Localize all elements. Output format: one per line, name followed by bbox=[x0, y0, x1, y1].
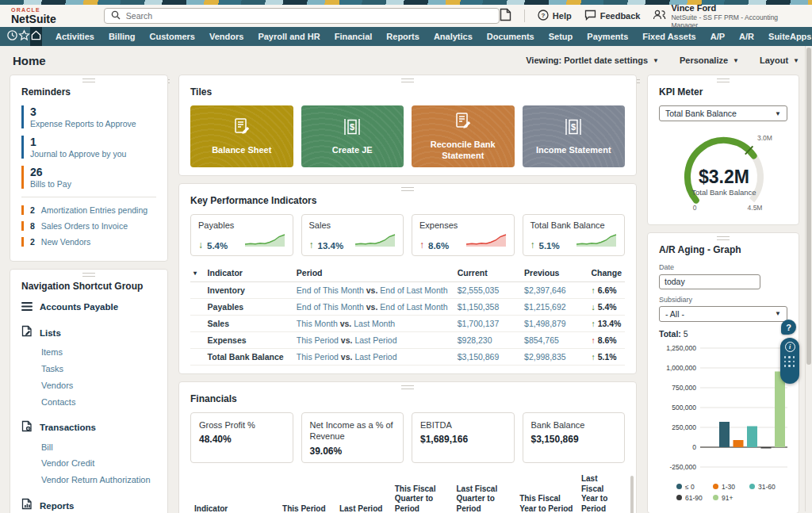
tile-income-statement[interactable]: $Income Statement bbox=[523, 105, 626, 167]
viewing-settings-dropdown[interactable]: Viewing: Portlet date settings ▼ bbox=[526, 56, 659, 65]
nav-item-analytics[interactable]: Analytics bbox=[427, 27, 480, 46]
shortcut-link-vendor-return-authorization[interactable]: Vendor Return Authorization bbox=[41, 472, 156, 488]
table-row[interactable]: InventoryEnd of This Month vs. End of La… bbox=[190, 282, 625, 299]
new-document-icon[interactable] bbox=[500, 8, 511, 25]
svg-text:3.0M: 3.0M bbox=[757, 134, 772, 142]
nav-item-reports[interactable]: Reports bbox=[379, 27, 427, 46]
financial-stat-gross-profit-[interactable]: Gross Profit %48.40% bbox=[190, 412, 293, 463]
kpi-row-previous[interactable]: $2,998,835 bbox=[521, 349, 588, 366]
layout-dropdown[interactable]: Layout ▼ bbox=[760, 56, 799, 65]
nav-item-payments[interactable]: Payments bbox=[580, 27, 635, 46]
shortcut-link-bill[interactable]: Bill bbox=[41, 439, 156, 456]
nav-item-documents[interactable]: Documents bbox=[480, 27, 542, 46]
reminder-highlight[interactable]: 1Journal to Approve by you bbox=[21, 136, 156, 159]
period-link[interactable]: End of Last Month bbox=[380, 302, 447, 312]
portlet-drag-handle[interactable] bbox=[401, 385, 414, 389]
kpi-row-previous[interactable]: $1,498,879 bbox=[521, 316, 588, 332]
period-link[interactable]: Last Month bbox=[354, 319, 395, 328]
kpi-card-expenses[interactable]: Expenses↑8.6% bbox=[412, 214, 515, 256]
portlet-drag-handle[interactable] bbox=[401, 187, 414, 191]
financial-stat-bank-balance[interactable]: Bank Balance$3,150,869 bbox=[523, 412, 626, 463]
period-link[interactable]: Last Period bbox=[354, 352, 396, 362]
kpi-row-previous[interactable]: $2,397,646 bbox=[521, 282, 588, 299]
nav-item-fixed-assets[interactable]: Fixed Assets bbox=[635, 27, 703, 46]
reminder-item[interactable]: 2New Vendors bbox=[21, 237, 156, 247]
shortcut-root-accounts-payable[interactable]: Accounts Payable bbox=[21, 300, 156, 314]
period-link[interactable]: End of This Month bbox=[297, 302, 364, 312]
personalize-dropdown[interactable]: Personalize ▼ bbox=[680, 56, 739, 65]
nav-item-financial[interactable]: Financial bbox=[327, 27, 380, 46]
reminder-highlight[interactable]: 3Expense Reports to Approve bbox=[21, 105, 156, 128]
kpi-row-current[interactable]: $928,230 bbox=[454, 332, 521, 349]
financial-stat-net-income-as-a-of-revenue[interactable]: Net Income as a % of Revenue39.06% bbox=[301, 412, 404, 463]
assistant-floating-widget[interactable]: i bbox=[780, 338, 799, 384]
date-input[interactable] bbox=[659, 274, 760, 289]
user-menu[interactable]: Vince Ford NetSuite - SS FF PRM - Accoun… bbox=[653, 3, 801, 29]
table-row[interactable]: Total Bank BalanceThis Period vs. Last P… bbox=[190, 349, 625, 366]
kpi-card-payables[interactable]: Payables↓5.4% bbox=[190, 214, 293, 256]
subsidiary-select[interactable]: - All - ▼ bbox=[659, 306, 787, 322]
recent-records-button[interactable] bbox=[6, 27, 18, 46]
page-scrollbar[interactable] bbox=[805, 46, 812, 511]
tile-balance-sheet[interactable]: Balance Sheet bbox=[190, 105, 293, 167]
period-link[interactable]: End of Last Month bbox=[380, 285, 447, 295]
shortcut-group-transactions[interactable]: Transactions bbox=[21, 420, 156, 435]
nav-item-a-p[interactable]: A/P bbox=[703, 27, 732, 46]
table-row[interactable]: SalesThis Month vs. Last Month$1,700,137… bbox=[190, 316, 625, 332]
nav-item-suiteapps[interactable]: SuiteApps bbox=[761, 27, 812, 46]
portlet-drag-handle[interactable] bbox=[401, 78, 414, 82]
period-link[interactable]: Last Period bbox=[354, 335, 396, 345]
nav-item-customers[interactable]: Customers bbox=[143, 27, 202, 46]
kpi-row-current[interactable]: $3,150,869 bbox=[454, 349, 521, 366]
financial-stat-ebitda[interactable]: EBITDA$1,689,166 bbox=[412, 412, 515, 463]
help-button[interactable]: ? Help bbox=[538, 10, 572, 22]
kpi-meter-select[interactable]: Total Bank Balance ▼ bbox=[659, 105, 787, 121]
kpi-card-total-bank-balance[interactable]: Total Bank Balance↑5.1% bbox=[523, 214, 626, 256]
period-link[interactable]: This Period bbox=[297, 352, 339, 362]
portlet-drag-handle[interactable] bbox=[82, 273, 95, 277]
portlet-drag-handle[interactable] bbox=[82, 78, 95, 82]
kpi-card-sales[interactable]: Sales↑13.4% bbox=[301, 214, 404, 256]
shortcut-link-vendor-credit[interactable]: Vendor Credit bbox=[41, 455, 156, 472]
home-button[interactable] bbox=[30, 27, 42, 46]
shortcut-group-reports[interactable]: Reports bbox=[21, 498, 156, 513]
portlet-drag-handle[interactable] bbox=[717, 78, 730, 82]
tile-reconcile-bank-statement[interactable]: Reconcile Bank Statement bbox=[412, 105, 515, 167]
reminder-item[interactable]: 2Amortization Entries pending bbox=[21, 205, 156, 215]
scrollbar-thumb[interactable] bbox=[806, 48, 811, 365]
shortcut-link-contacts[interactable]: Contacts bbox=[41, 394, 156, 411]
reminder-item[interactable]: 8Sales Orders to Invoice bbox=[21, 221, 156, 231]
netsuite-logo[interactable]: ORACLE NetSuite bbox=[11, 7, 56, 25]
kpi-row-current[interactable]: $2,555,035 bbox=[454, 282, 521, 299]
kpi-row-previous[interactable]: $854,765 bbox=[521, 332, 588, 349]
feedback-button[interactable]: Feedback bbox=[584, 10, 641, 22]
nav-item-payroll-and-hr[interactable]: Payroll and HR bbox=[251, 27, 327, 46]
reminder-count: 8 bbox=[30, 221, 35, 231]
nav-item-setup[interactable]: Setup bbox=[542, 27, 580, 46]
period-link[interactable]: End of This Month bbox=[297, 285, 364, 295]
shortcut-group-lists[interactable]: Lists bbox=[21, 325, 156, 340]
nav-item-billing[interactable]: Billing bbox=[102, 27, 143, 46]
table-row[interactable]: ExpensesThis Period vs. Last Period$928,… bbox=[190, 332, 625, 349]
shortcut-link-tasks[interactable]: Tasks bbox=[41, 361, 156, 377]
nav-item-a-r[interactable]: A/R bbox=[732, 27, 761, 46]
tile-create-je[interactable]: $Create JE bbox=[301, 105, 404, 167]
nav-item-activities[interactable]: Activities bbox=[48, 27, 102, 46]
kpi-row-current[interactable]: $1,700,137 bbox=[454, 316, 521, 332]
shortcut-link-items[interactable]: Items bbox=[41, 344, 156, 361]
shortcuts-button[interactable] bbox=[18, 27, 30, 46]
kpi-row-current[interactable]: $1,150,358 bbox=[454, 299, 521, 316]
shortcut-link-vendors[interactable]: Vendors bbox=[41, 377, 156, 394]
kpi-card-row: ↑13.4% bbox=[309, 233, 396, 251]
table-filter-caret[interactable]: ▾ bbox=[190, 266, 205, 282]
period-link[interactable]: This Period bbox=[297, 335, 339, 345]
portlet-drag-handle[interactable] bbox=[717, 236, 730, 240]
portlet-scrollbar[interactable] bbox=[630, 476, 634, 513]
global-search-input[interactable]: Search bbox=[104, 8, 500, 24]
help-floating-button[interactable]: ? bbox=[781, 320, 796, 335]
table-row[interactable]: PayablesEnd of This Month vs. End of Las… bbox=[190, 299, 625, 316]
period-link[interactable]: This Month bbox=[297, 319, 338, 328]
kpi-row-previous[interactable]: $1,215,692 bbox=[521, 299, 588, 316]
reminder-highlight[interactable]: 26Bills to Pay bbox=[21, 166, 156, 189]
nav-item-vendors[interactable]: Vendors bbox=[202, 27, 251, 46]
